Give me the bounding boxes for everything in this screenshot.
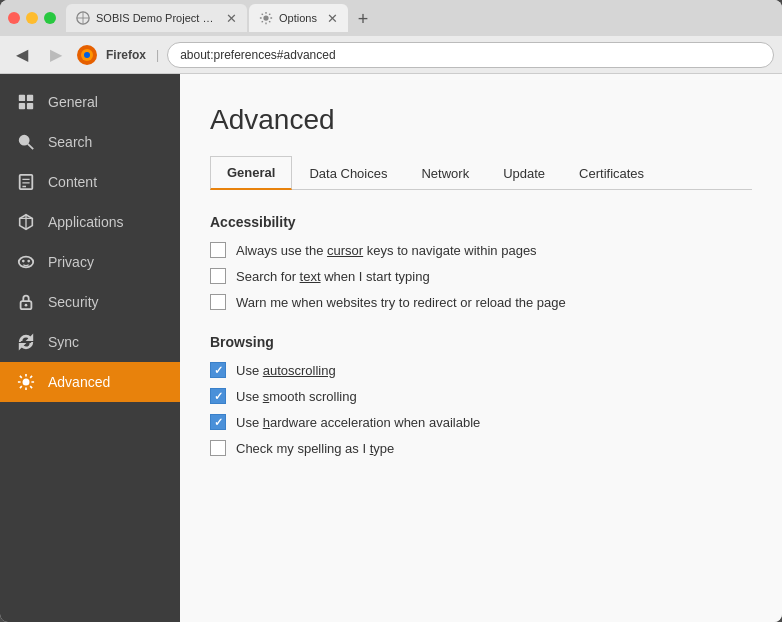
sidebar-label-advanced: Advanced [48,374,110,390]
autoscroll-row: Use autoscrolling [210,362,752,378]
sync-icon [16,332,36,352]
browsing-section: Browsing Use autoscrolling Use smooth sc… [210,334,752,456]
warn-redirect-checkbox[interactable] [210,294,226,310]
sidebar-item-sync[interactable]: Sync [0,322,180,362]
hw-accel-row: Use hardware acceleration when available [210,414,752,430]
tab-sobis[interactable]: SOBIS Demo Project - PIRS ... ✕ [66,4,247,32]
sidebar: General Search Content Applications [0,74,180,622]
hw-accel-label[interactable]: Use hardware acceleration when available [236,415,480,430]
nav-bar: ◀ ▶ Firefox | [0,36,782,74]
hw-accel-checkbox[interactable] [210,414,226,430]
sidebar-item-content[interactable]: Content [0,162,180,202]
cursor-nav-checkbox[interactable] [210,242,226,258]
minimize-window-button[interactable] [26,12,38,24]
sidebar-label-general: General [48,94,98,110]
tab-data-choices[interactable]: Data Choices [292,156,404,190]
search-typing-row: Search for text when I start typing [210,268,752,284]
sidebar-item-privacy[interactable]: Privacy [0,242,180,282]
sidebar-label-security: Security [48,294,99,310]
smooth-scroll-row: Use smooth scrolling [210,388,752,404]
svg-rect-10 [27,103,33,109]
cursor-nav-row: Always use the cursor keys to navigate w… [210,242,752,258]
tab-sobis-title: SOBIS Demo Project - PIRS ... [96,12,216,24]
sidebar-item-general[interactable]: General [0,82,180,122]
autoscroll-checkbox[interactable] [210,362,226,378]
tab-certificates[interactable]: Certificates [562,156,661,190]
sidebar-item-advanced[interactable]: Advanced [0,362,180,402]
smooth-scroll-label[interactable]: Use smooth scrolling [236,389,357,404]
svg-point-24 [23,379,28,384]
mask-icon [16,252,36,272]
spell-check-label[interactable]: Check my spelling as I type [236,441,394,456]
svg-point-23 [25,304,28,307]
smooth-scroll-checkbox[interactable] [210,388,226,404]
pref-tabs: General Data Choices Network Update Cert… [210,156,752,190]
svg-rect-9 [19,103,25,109]
forward-button[interactable]: ▶ [42,41,70,69]
tab-favicon-options [259,11,273,25]
url-separator: | [156,48,159,62]
search-icon [16,132,36,152]
content-area: General Search Content Applications [0,74,782,622]
tab-options-title: Options [279,12,317,24]
advanced-icon [16,372,36,392]
tab-sobis-close[interactable]: ✕ [226,12,237,25]
search-typing-label[interactable]: Search for text when I start typing [236,269,430,284]
browsing-title: Browsing [210,334,752,350]
spell-check-row: Check my spelling as I type [210,440,752,456]
grid-icon [16,92,36,112]
firefox-logo [76,44,98,66]
warn-redirect-label[interactable]: Warn me when websites try to redirect or… [236,295,566,310]
sidebar-label-sync: Sync [48,334,79,350]
maximize-window-button[interactable] [44,12,56,24]
svg-point-11 [20,136,29,145]
tab-options[interactable]: Options ✕ [249,4,348,32]
svg-rect-8 [27,95,33,101]
page-title: Advanced [210,104,752,136]
tab-update[interactable]: Update [486,156,562,190]
window-controls [8,12,56,24]
tab-network[interactable]: Network [404,156,486,190]
back-button[interactable]: ◀ [8,41,36,69]
browser-window: SOBIS Demo Project - PIRS ... ✕ Options … [0,0,782,622]
sidebar-item-applications[interactable]: Applications [0,202,180,242]
title-bar: SOBIS Demo Project - PIRS ... ✕ Options … [0,0,782,36]
accessibility-title: Accessibility [210,214,752,230]
warn-redirect-row: Warn me when websites try to redirect or… [210,294,752,310]
svg-line-12 [28,144,33,149]
svg-rect-7 [19,95,25,101]
sidebar-item-search[interactable]: Search [0,122,180,162]
tab-favicon-sobis [76,11,90,25]
sidebar-label-privacy: Privacy [48,254,94,270]
url-bar[interactable] [167,42,774,68]
sidebar-item-security[interactable]: Security [0,282,180,322]
svg-point-21 [27,260,30,263]
tabs-bar: SOBIS Demo Project - PIRS ... ✕ Options … [66,4,774,32]
new-tab-button[interactable]: + [350,6,376,32]
tab-options-close[interactable]: ✕ [327,12,338,25]
document-icon [16,172,36,192]
accessibility-section: Accessibility Always use the cursor keys… [210,214,752,310]
sidebar-label-content: Content [48,174,97,190]
search-typing-checkbox[interactable] [210,268,226,284]
tab-general[interactable]: General [210,156,292,190]
svg-point-20 [22,260,25,263]
cursor-nav-label[interactable]: Always use the cursor keys to navigate w… [236,243,537,258]
firefox-label: Firefox [106,48,146,62]
svg-point-3 [263,15,268,20]
sidebar-label-search: Search [48,134,92,150]
lock-icon [16,292,36,312]
sidebar-label-applications: Applications [48,214,124,230]
autoscroll-label[interactable]: Use autoscrolling [236,363,336,378]
main-panel: Advanced General Data Choices Network Up… [180,74,782,622]
svg-point-6 [84,52,90,58]
spell-check-checkbox[interactable] [210,440,226,456]
close-window-button[interactable] [8,12,20,24]
apps-icon [16,212,36,232]
